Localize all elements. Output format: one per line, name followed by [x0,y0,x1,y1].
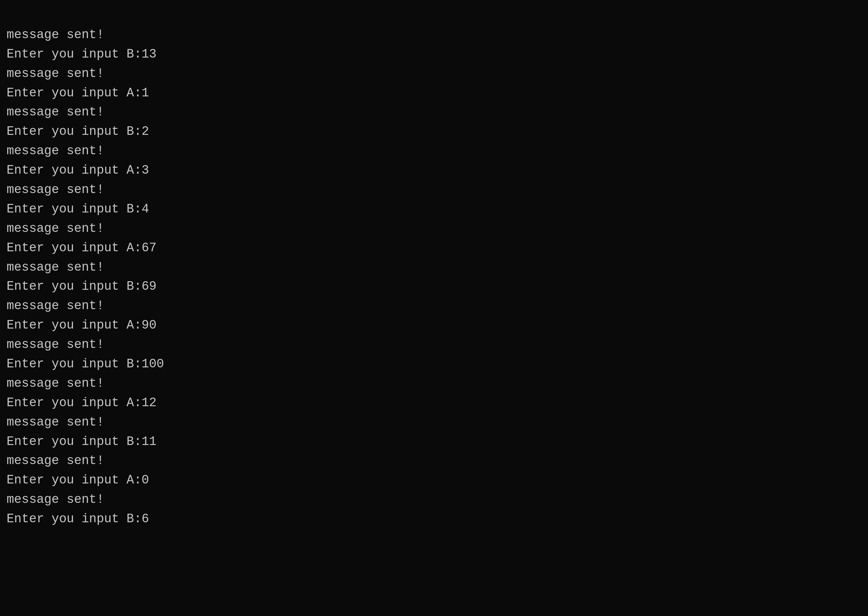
terminal-line: Enter you input A:3 [6,161,862,180]
terminal-line: Enter you input B:6 [6,509,862,529]
terminal-line: message sent! [6,374,862,393]
terminal-line: Enter you input A:12 [6,393,862,413]
terminal-line: message sent! [6,64,862,83]
terminal-line: Enter you input B:2 [6,122,862,141]
terminal-line: message sent! [6,258,862,277]
terminal-line: Enter you input B:13 [6,45,862,64]
terminal-line: Enter you input A:90 [6,316,862,335]
terminal-line: Enter you input B:4 [6,200,862,219]
terminal-line: Enter you input A:1 [6,83,862,103]
terminal-line: message sent! [6,413,862,432]
terminal-line: Enter you input B:100 [6,355,862,374]
terminal-line: message sent! [6,296,862,316]
terminal-line: Enter you input B:11 [6,432,862,451]
terminal-line: Enter you input A:0 [6,471,862,490]
terminal-line: message sent! [6,180,862,200]
terminal-line: message sent! [6,335,862,355]
terminal-line: message sent! [6,451,862,471]
terminal-line: message sent! [6,103,862,122]
terminal-line: Enter you input A:67 [6,239,862,258]
terminal-line: message sent! [6,490,862,509]
terminal-line: message sent! [6,219,862,239]
terminal-window: message sent!Enter you input B:13message… [0,0,868,616]
terminal-line: Enter you input B:69 [6,277,862,296]
terminal-line: message sent! [6,25,862,45]
terminal-line: message sent! [6,141,862,161]
